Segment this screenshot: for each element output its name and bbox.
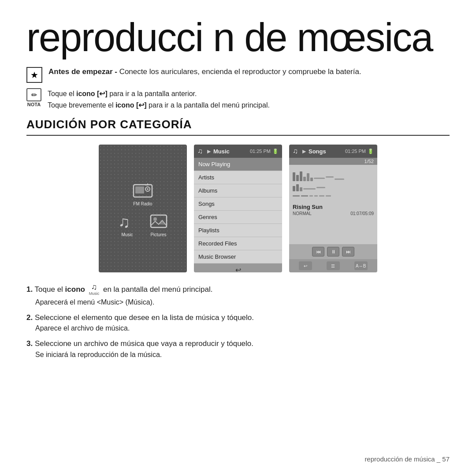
footer-page-number: reproducción de música _ 57 xyxy=(364,455,450,463)
note-line-2: Toque brevemente el icono [↩] para ir a … xyxy=(48,100,270,111)
song-info: Rising Sun NORMAL 01:07/05:09 xyxy=(293,204,374,216)
instructions: 1. Toque el icono ♫ Music en la pantalla… xyxy=(26,283,450,360)
pause-button: ⏸ xyxy=(327,247,339,257)
step-3: 3. Seleccione un archivo de música que v… xyxy=(26,338,450,360)
note-icon-col: ✏ NOTA xyxy=(26,88,41,107)
music-label: Music xyxy=(121,232,133,237)
screen2-footer: ↩ xyxy=(194,264,282,272)
pictures-label: Pictures xyxy=(150,232,166,237)
music-item: ♫ Music xyxy=(115,211,139,237)
note-line-1: Toque el icono [↩] para ir a la pantalla… xyxy=(48,88,270,100)
menu-item-songs: Songs xyxy=(194,197,282,211)
step1-number: 1. xyxy=(26,285,33,294)
song-name: Rising Sun xyxy=(293,204,374,210)
menu-footer-btn: ☰ xyxy=(327,261,340,270)
ab-footer-btn: A↔B xyxy=(354,261,368,270)
next-button: ⏭ xyxy=(342,247,354,257)
screen-1: FM Radio ♫ Music xyxy=(99,145,187,272)
svg-point-8 xyxy=(153,217,157,221)
step3-number: 3. xyxy=(26,339,33,348)
back-footer-btn: ↩ xyxy=(299,261,312,270)
music-inline-icon: ♫ Music xyxy=(89,283,100,297)
svg-rect-7 xyxy=(151,215,167,227)
song-meta: NORMAL 01:07/05:09 xyxy=(293,211,374,216)
screen3-body: Rising Sun NORMAL 01:07/05:09 xyxy=(289,165,377,244)
step-2: 2. Seleccione el elemento que desee en l… xyxy=(26,312,450,334)
section-heading: AUDICIÓN POR CATEGORÍA xyxy=(26,118,450,136)
screen3-footer: ↩ ☰ A↔B xyxy=(289,259,377,272)
screen-2: ♫ ▶ Music 01:25 PM 🔋 Now Playing Artists… xyxy=(194,145,282,272)
screen-3: ♫ ▶ Songs 01:25 PM 🔋 1/52 xyxy=(289,145,377,272)
step1-sub: Aparecerá el menú <Music> (Música). xyxy=(35,297,450,308)
svg-text:♫: ♫ xyxy=(118,213,130,230)
step2-number: 2. xyxy=(26,313,33,322)
menu-item-recorded-files: Recorded Files xyxy=(194,237,282,250)
page-title: reproducci n de mœsica xyxy=(26,18,450,57)
menu-item-artists: Artists xyxy=(194,171,282,184)
songs-count: 1/52 xyxy=(364,159,374,164)
header-music-note: ♫ xyxy=(197,147,203,155)
menu-item-now-playing: Now Playing xyxy=(194,158,282,171)
menu-item-genres: Genres xyxy=(194,211,282,224)
playback-mode: NORMAL xyxy=(293,211,312,216)
playback-time: 01:07/05:09 xyxy=(350,211,374,216)
screen3-title: Songs xyxy=(309,148,326,155)
menu-item-music-browser: Music Browser xyxy=(194,250,282,264)
prev-button: ⏮ xyxy=(312,247,324,257)
controls-row: ⏮ ⏸ ⏭ xyxy=(289,244,377,259)
svg-rect-1 xyxy=(135,186,144,193)
svg-point-3 xyxy=(147,188,149,190)
screen3-time: 01:25 PM xyxy=(345,149,366,154)
pictures-item: Pictures xyxy=(146,211,171,237)
before-text: Antes de empezar - Conecte los auricular… xyxy=(48,66,361,78)
screen2-title: Music xyxy=(213,148,230,155)
screen2-menu-list: Now Playing Artists Albums Songs Genres … xyxy=(194,158,282,264)
step2-sub: Aparece el archivo de música. xyxy=(35,323,450,334)
note-icon: ✏ xyxy=(26,88,41,101)
fm-radio-item: FM Radio xyxy=(131,180,155,206)
star-icon: ★ xyxy=(26,67,42,83)
menu-item-playlists: Playlists xyxy=(194,224,282,237)
note-text-block: Toque el icono [↩] para ir a la pantalla… xyxy=(48,88,270,111)
fm-radio-label: FM Radio xyxy=(133,201,152,206)
screen2-header: ♫ ▶ Music 01:25 PM 🔋 xyxy=(194,145,282,158)
back-arrow-icon: ↩ xyxy=(235,266,241,272)
step3-sub: Se iniciará la reproducción de la música… xyxy=(35,350,450,360)
menu-item-albums: Albums xyxy=(194,184,282,197)
screens-row: FM Radio ♫ Music xyxy=(26,145,450,272)
step-1: 1. Toque el icono ♫ Music en la pantalla… xyxy=(26,283,450,308)
nota-label: NOTA xyxy=(27,102,41,107)
screen3-header: ♫ ▶ Songs 01:25 PM 🔋 xyxy=(289,145,377,158)
screen2-time: 01:25 PM xyxy=(250,149,271,154)
